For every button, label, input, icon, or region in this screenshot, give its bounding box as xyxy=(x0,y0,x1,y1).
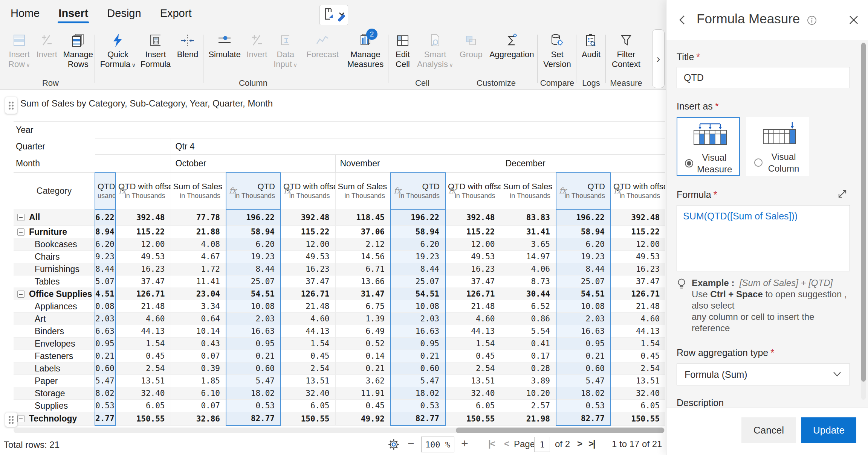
axis-label-year[interactable]: Year xyxy=(14,122,95,138)
value-cell[interactable]: 1.85 xyxy=(171,375,226,387)
value-cell[interactable]: 13.66 xyxy=(335,275,391,288)
value-cell[interactable]: 115.22 xyxy=(116,226,171,238)
value-cell[interactable]: 19.23 xyxy=(391,251,445,263)
column-header-qtd-clipped[interactable]: QTDusands xyxy=(95,173,116,209)
value-cell[interactable]: 0.21 xyxy=(556,350,611,362)
value-cell[interactable]: 0.95 xyxy=(391,338,445,350)
value-cell[interactable]: 44.13 xyxy=(611,325,665,338)
value-cell[interactable]: 6.20 xyxy=(556,238,611,251)
value-cell[interactable]: 9.23 xyxy=(95,251,116,263)
value-cell[interactable]: 44.13 xyxy=(116,325,171,338)
value-cell[interactable]: 32.40 xyxy=(281,387,335,400)
value-cell[interactable]: 4.60 xyxy=(116,313,171,325)
value-cell[interactable]: 8.44 xyxy=(391,263,445,275)
value-cell[interactable]: 49.53 xyxy=(116,251,171,263)
value-cell[interactable]: 2.03 xyxy=(391,313,445,325)
value-cell[interactable]: 6.75 xyxy=(335,300,391,313)
column-header-offset[interactable]: fxQTD with offsetin Thousands xyxy=(611,173,665,209)
tab-home[interactable]: Home xyxy=(10,2,40,26)
value-cell[interactable]: 21.48 xyxy=(281,300,335,313)
previous-page-button[interactable]: < xyxy=(504,438,509,449)
value-cell[interactable]: 37.47 xyxy=(116,275,171,288)
value-cell[interactable]: 8.44 xyxy=(556,263,611,275)
panel-scrollbar[interactable] xyxy=(861,42,866,400)
value-cell[interactable]: 118.45 xyxy=(335,209,391,226)
pivot-table[interactable]: YearQuarterQtr 4MonthOctoberNovemberDece… xyxy=(14,121,665,426)
value-cell[interactable]: 32.40 xyxy=(116,387,171,400)
value-cell[interactable]: 82.77 xyxy=(226,412,281,426)
value-cell[interactable]: 2.54 xyxy=(611,362,665,375)
filter-context-button[interactable]: Filter Context xyxy=(609,32,643,69)
value-cell[interactable]: 0.60 xyxy=(226,362,281,375)
value-cell[interactable]: 0.60 xyxy=(391,362,445,375)
value-cell[interactable]: 23.04 xyxy=(171,288,226,300)
value-cell[interactable]: 196.22 xyxy=(556,209,611,226)
value-cell[interactable]: 392.48 xyxy=(281,209,335,226)
table-row[interactable]: Envelopes0.951.540.430.951.540.520.951.5… xyxy=(14,338,665,350)
value-cell[interactable]: 10.08 xyxy=(556,300,611,313)
value-cell[interactable]: 4.60 xyxy=(445,313,501,325)
category-column-header[interactable]: Category xyxy=(14,173,95,209)
set-version-button[interactable]: Set Version xyxy=(541,32,573,69)
value-cell[interactable]: 16.23 xyxy=(611,263,665,275)
table-row[interactable]: Tables5.0737.4711.4125.0737.4713.6625.07… xyxy=(14,275,665,288)
value-cell[interactable]: 0.95 xyxy=(95,338,116,350)
value-cell[interactable]: 2.12 xyxy=(335,238,391,251)
axis-label-quarter[interactable]: Quarter xyxy=(14,138,95,155)
value-cell[interactable]: 54.51 xyxy=(391,288,445,300)
manage-rows-button[interactable]: Manage Rows xyxy=(61,32,95,69)
value-cell[interactable]: 4.08 xyxy=(171,238,226,251)
value-cell[interactable]: 16.63 xyxy=(556,325,611,338)
value-cell[interactable]: 0.21 xyxy=(226,350,281,362)
value-cell[interactable]: 21.98 xyxy=(501,412,556,426)
value-cell[interactable]: 3.65 xyxy=(501,238,556,251)
back-icon[interactable] xyxy=(678,14,688,27)
value-cell[interactable]: 4.60 xyxy=(281,313,335,325)
group-button[interactable]: Group xyxy=(457,32,486,59)
value-cell[interactable]: 31.47 xyxy=(335,288,391,300)
value-cell[interactable]: 0.21 xyxy=(335,362,391,375)
data-input-button[interactable]: Data Input∨ xyxy=(271,32,300,70)
value-cell[interactable]: 0.45 xyxy=(611,350,665,362)
value-cell[interactable]: 0.41 xyxy=(501,338,556,350)
table-row[interactable]: Bookcases6.2012.004.086.2012.002.126.201… xyxy=(14,238,665,251)
value-cell[interactable]: 126.71 xyxy=(611,288,665,300)
value-cell[interactable]: 82.77 xyxy=(556,412,611,426)
value-cell[interactable]: 30.44 xyxy=(501,288,556,300)
value-cell[interactable]: 8.02 xyxy=(95,387,116,400)
value-cell[interactable]: 0.07 xyxy=(171,400,226,412)
quick-formula-button[interactable]: Quick Formula∨ xyxy=(99,32,137,70)
ribbon-expand-button[interactable]: › xyxy=(652,29,665,88)
blend-button[interactable]: Blend xyxy=(174,32,201,59)
value-cell[interactable]: 32.40 xyxy=(611,387,665,400)
table-row[interactable]: Art2.034.600.642.034.601.392.034.600.862… xyxy=(14,313,665,325)
value-cell[interactable]: 8.44 xyxy=(226,263,281,275)
value-cell[interactable]: 0.52 xyxy=(335,338,391,350)
value-cell[interactable]: 0.60 xyxy=(556,362,611,375)
tab-export[interactable]: Export xyxy=(159,2,193,26)
value-cell[interactable]: 126.71 xyxy=(445,288,501,300)
value-cell[interactable]: 32.86 xyxy=(171,412,226,426)
collapse-icon[interactable] xyxy=(17,214,24,221)
collapse-icon[interactable] xyxy=(17,228,24,236)
value-cell[interactable]: 392.48 xyxy=(116,209,171,226)
value-cell[interactable]: 0.17 xyxy=(501,350,556,362)
value-cell[interactable]: 4.60 xyxy=(611,313,665,325)
table-row[interactable]: Technology2.77150.5532.8682.77150.5549.9… xyxy=(14,412,665,426)
next-page-button[interactable]: > xyxy=(577,438,582,449)
update-button[interactable]: Update xyxy=(801,417,856,443)
invert-button[interactable]: Invert xyxy=(35,32,59,59)
value-cell[interactable]: 10.08 xyxy=(226,300,281,313)
value-cell[interactable]: 10.14 xyxy=(171,325,226,338)
value-cell[interactable]: 44.13 xyxy=(445,325,501,338)
value-cell[interactable]: 25.07 xyxy=(391,275,445,288)
value-cell[interactable]: 31.41 xyxy=(501,226,556,238)
value-cell[interactable]: 0.45 xyxy=(445,350,501,362)
value-cell[interactable]: 4.51 xyxy=(95,288,116,300)
value-cell[interactable]: 2.03 xyxy=(556,313,611,325)
value-cell[interactable]: 13.51 xyxy=(611,375,665,387)
table-row[interactable]: Appliances0.0821.483.3410.0821.486.7510.… xyxy=(14,300,665,313)
value-cell[interactable]: 54.51 xyxy=(556,288,611,300)
simulate-button[interactable]: Simulate xyxy=(206,32,243,59)
value-cell[interactable]: 0.53 xyxy=(226,400,281,412)
